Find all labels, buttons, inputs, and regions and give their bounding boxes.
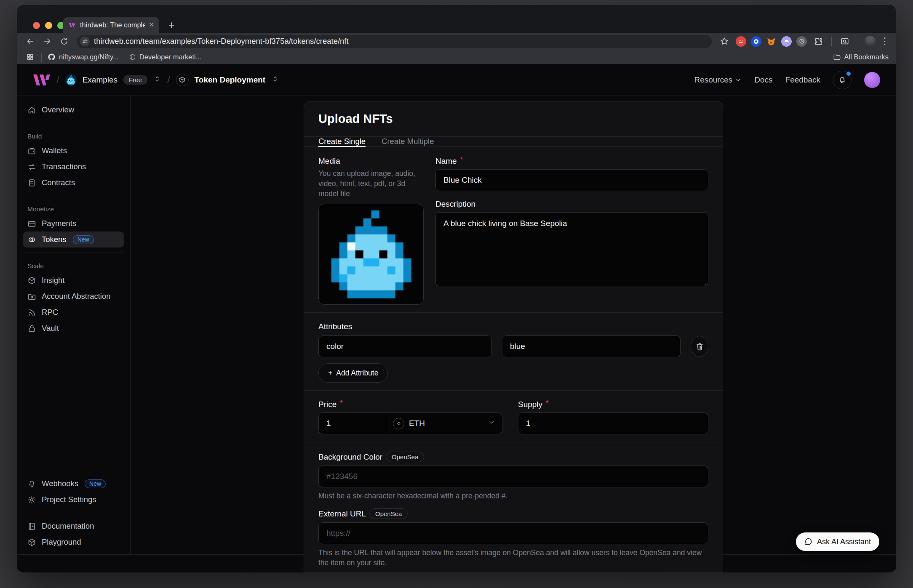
project-switcher-icon[interactable] xyxy=(271,75,279,85)
wallet-icon xyxy=(27,146,36,155)
new-tab-button[interactable]: + xyxy=(168,20,175,29)
sidebar-label: Project Settings xyxy=(42,495,96,504)
tab-create-single[interactable]: Create Single xyxy=(318,137,366,147)
extensions-puzzle-icon[interactable] xyxy=(812,35,825,48)
sidebar-item-wallets[interactable]: Wallets xyxy=(23,143,124,159)
forward-nav-icon[interactable] xyxy=(40,35,54,48)
browser-toolbar: thirdweb.com/team/examples/Token-Deploym… xyxy=(17,33,896,50)
url-text: thirdweb.com/team/examples/Token-Deploym… xyxy=(94,37,349,46)
sidebar-item-insight[interactable]: Insight xyxy=(23,272,124,288)
thirdweb-logo[interactable] xyxy=(33,74,51,86)
phantom-extension-icon[interactable] xyxy=(781,36,792,47)
ask-ai-assistant-button[interactable]: Ask AI Assistant xyxy=(796,532,879,551)
supply-input[interactable] xyxy=(518,412,708,434)
sidebar-divider xyxy=(24,196,123,196)
background-color-label-text: Background Color xyxy=(318,452,382,462)
attribute-name-input[interactable] xyxy=(318,335,492,357)
browser-tab[interactable]: thirdweb: The complete web3 ✕ xyxy=(63,17,159,33)
thirdweb-favicon xyxy=(68,21,76,29)
browser-menu-icon[interactable]: ⋮ xyxy=(880,36,889,47)
address-bar[interactable]: thirdweb.com/team/examples/Token-Deploym… xyxy=(77,35,712,48)
sidebar-section-build: Build xyxy=(23,133,124,140)
toolbar-divider xyxy=(858,37,858,46)
extension-clock-icon[interactable] xyxy=(796,36,807,47)
opensea-badge: OpenSea xyxy=(369,508,408,519)
background-color-input[interactable] xyxy=(318,466,708,487)
nft-pixel-art xyxy=(323,210,419,298)
sidebar-item-rpc[interactable]: RPC xyxy=(23,304,124,320)
sidebar-item-tokens[interactable]: Tokens New xyxy=(23,231,124,247)
contract-file-icon xyxy=(27,178,36,187)
description-textarea[interactable]: A blue chick living on Base Sepolia xyxy=(435,212,708,286)
sidebar-item-transactions[interactable]: Transactions xyxy=(23,159,124,175)
extension-red-icon[interactable] xyxy=(736,36,746,47)
extension-blue-icon[interactable] xyxy=(751,36,761,47)
name-input[interactable] xyxy=(435,169,708,191)
close-window-button[interactable] xyxy=(33,22,40,29)
book-icon xyxy=(27,522,36,531)
opensea-badge: OpenSea xyxy=(386,452,424,462)
team-switcher-icon[interactable] xyxy=(153,75,161,85)
tokens-coins-icon xyxy=(27,235,36,244)
sidebar-item-documentation[interactable]: Documentation xyxy=(23,518,124,534)
media-label: Media xyxy=(318,157,424,166)
attribute-row xyxy=(318,335,708,357)
all-bookmarks-button[interactable]: All Bookmarks xyxy=(833,53,889,61)
browser-profile-avatar[interactable] xyxy=(865,36,876,47)
user-avatar[interactable] xyxy=(864,72,880,88)
bookmark-star-icon[interactable] xyxy=(718,35,731,48)
sidebar-item-overview[interactable]: Overview xyxy=(23,102,124,118)
supply-label-text: Supply xyxy=(518,400,542,409)
breadcrumb-separator: / xyxy=(167,74,170,86)
reload-icon[interactable] xyxy=(57,35,71,48)
back-nav-icon[interactable] xyxy=(24,35,37,48)
window-controls xyxy=(33,22,64,29)
breadcrumb: / Examples Free / Token Deployment xyxy=(33,74,279,86)
sidebar-label: RPC xyxy=(42,308,58,317)
sidebar-item-vault[interactable]: Vault xyxy=(23,320,124,336)
card-header: Upload NFTs xyxy=(304,101,723,137)
apps-grid-icon[interactable] xyxy=(24,51,35,64)
sidebar-item-webhooks[interactable]: Webhooks New xyxy=(23,476,124,492)
toolbar-extensions: ⋮ xyxy=(718,35,889,48)
nav-docs[interactable]: Docs xyxy=(754,75,772,85)
tab-close-icon[interactable]: ✕ xyxy=(149,21,154,29)
attribute-value-input[interactable] xyxy=(502,335,681,357)
notifications-button[interactable] xyxy=(833,71,852,89)
team-avatar-art xyxy=(66,75,76,85)
team-name[interactable]: Examples xyxy=(83,75,117,85)
sidebar-item-payments[interactable]: Payments xyxy=(23,216,124,231)
bookmark-item-developer[interactable]: Developer marketi... xyxy=(129,53,202,61)
team-avatar xyxy=(65,74,77,85)
price-input-group: ETH xyxy=(318,412,502,434)
minimize-window-button[interactable] xyxy=(45,22,52,29)
tab-search-icon[interactable] xyxy=(838,35,852,48)
delete-attribute-button[interactable] xyxy=(691,336,708,357)
add-attribute-button[interactable]: + Add Attribute xyxy=(318,363,388,383)
sidebar-item-playground[interactable]: Playground xyxy=(23,534,124,550)
tab-create-multiple[interactable]: Create Multiple xyxy=(382,137,434,147)
sidebar-item-project-settings[interactable]: Project Settings xyxy=(23,492,124,508)
folder-account-icon xyxy=(27,292,36,301)
nav-resources[interactable]: Resources xyxy=(694,75,742,85)
site-settings-icon[interactable] xyxy=(80,37,90,46)
currency-select[interactable]: ETH xyxy=(386,413,502,434)
sidebar-bottom-group: Webhooks New Project Settings Documentat… xyxy=(23,476,124,550)
sidebar-item-contracts[interactable]: Contracts xyxy=(23,175,124,191)
price-label: Price * xyxy=(318,400,502,409)
trash-icon xyxy=(695,342,704,351)
external-url-input[interactable] xyxy=(318,522,708,544)
sidebar-label: Transactions xyxy=(42,162,86,171)
project-name[interactable]: Token Deployment xyxy=(195,75,266,85)
bookmark-item-niftyswap[interactable]: niftyswap.gg/Nifty... xyxy=(48,53,119,61)
sidebar-item-account-abstraction[interactable]: Account Abstraction xyxy=(23,288,124,304)
sidebar-divider xyxy=(24,123,123,123)
sidebar-label: Overview xyxy=(42,105,74,114)
breadcrumb-separator: / xyxy=(56,74,59,86)
playground-cube-icon xyxy=(27,538,36,547)
media-upload-preview[interactable] xyxy=(318,204,424,305)
metamask-extension-icon[interactable] xyxy=(766,36,777,47)
required-asterisk: * xyxy=(460,156,463,164)
nav-feedback[interactable]: Feedback xyxy=(785,75,820,85)
price-amount-input[interactable] xyxy=(319,413,386,434)
